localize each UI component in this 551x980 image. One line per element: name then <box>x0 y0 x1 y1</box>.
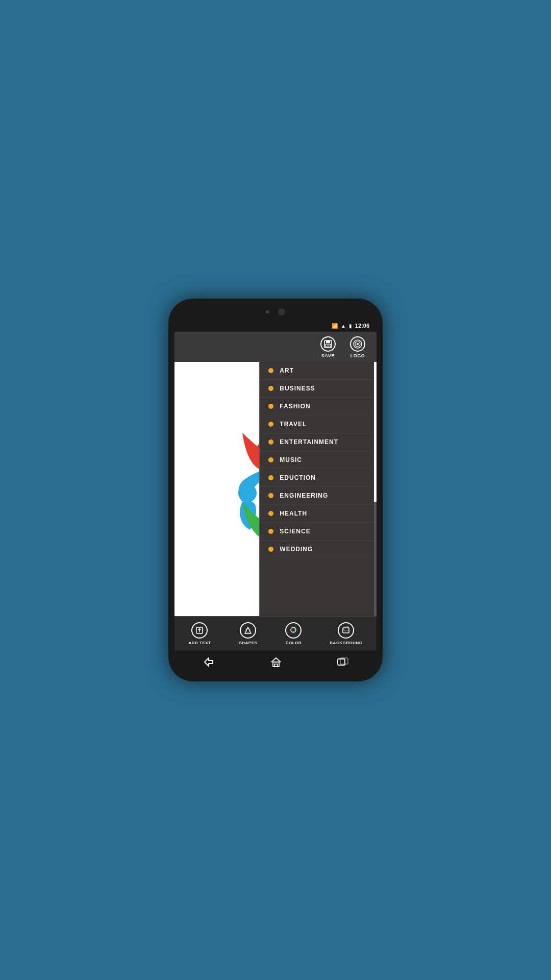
menu-item-fashion[interactable]: FASHION <box>260 398 377 415</box>
menu-bullet-icon <box>268 457 273 462</box>
app-toolbar: SAVE LOGO <box>174 332 377 362</box>
color-button[interactable]: COLOR <box>281 620 306 647</box>
status-bar: 📶 ▲ ▮ 12:06 <box>174 319 377 332</box>
bottom-toolbar: ADD TEXT SHAPES <box>174 616 377 651</box>
menu-item-travel[interactable]: TRAVEL <box>260 415 377 433</box>
svg-rect-3 <box>327 344 330 347</box>
background-icon <box>338 622 354 639</box>
menu-bullet-icon <box>268 511 273 516</box>
signal-icon: ▲ <box>341 323 346 329</box>
camera-led <box>266 310 269 313</box>
logo-icon <box>350 336 365 352</box>
menu-item-business[interactable]: BUSINESS <box>260 380 377 398</box>
nav-bar <box>174 651 377 675</box>
wifi-icon: 📶 <box>332 323 338 329</box>
phone-top-hardware <box>174 305 377 319</box>
back-button[interactable] <box>194 653 223 674</box>
menu-item-music[interactable]: MUSIC <box>260 451 377 469</box>
shapes-label: SHAPES <box>239 641 257 645</box>
svg-point-17 <box>293 631 294 632</box>
phone-screen: 📶 ▲ ▮ 12:06 SAVE <box>174 305 377 675</box>
menu-bullet-icon <box>268 475 273 480</box>
menu-bullet-icon <box>268 439 273 445</box>
menu-item-label-engineering: ENGINEERING <box>280 492 328 499</box>
battery-icon: ▮ <box>349 323 352 329</box>
menu-bullet-icon <box>268 422 273 427</box>
menu-item-label-wedding: WEDDING <box>280 546 313 553</box>
menu-item-health[interactable]: HEALTH <box>260 505 377 523</box>
clock: 12:06 <box>355 323 369 329</box>
svg-rect-1 <box>326 340 330 343</box>
svg-point-6 <box>357 343 359 345</box>
menu-item-label-health: HEALTH <box>280 510 307 517</box>
save-button[interactable]: SAVE <box>314 333 342 361</box>
scroll-thumb <box>374 362 377 502</box>
svg-rect-21 <box>274 664 278 667</box>
add-text-button[interactable]: ADD TEXT <box>184 620 215 647</box>
menu-item-label-business: BUSINESS <box>280 385 315 392</box>
menu-bullet-icon <box>268 547 273 552</box>
recents-button[interactable] <box>329 653 357 673</box>
color-label: COLOR <box>286 641 302 645</box>
logo-label: LOGO <box>350 353 365 358</box>
svg-point-15 <box>291 628 293 630</box>
menu-bullet-icon <box>268 386 273 391</box>
speaker <box>278 308 285 315</box>
background-button[interactable]: BACKGROUNG <box>325 620 366 647</box>
menu-item-engineering[interactable]: ENGINEERING <box>260 487 377 505</box>
menu-item-label-science: SCIENCE <box>280 528 310 535</box>
add-text-label: ADD TEXT <box>188 641 211 645</box>
shapes-icon <box>240 622 256 639</box>
menu-item-label-entertainment: ENTERTAINMENT <box>280 438 338 446</box>
menu-item-label-art: ART <box>280 367 294 374</box>
add-text-icon <box>191 622 208 639</box>
home-button[interactable] <box>262 653 290 674</box>
menu-item-label-eduction: EDUCTION <box>280 474 316 481</box>
menu-item-eduction[interactable]: EDUCTION <box>260 469 377 487</box>
color-icon <box>285 622 302 639</box>
svg-point-16 <box>294 628 296 630</box>
shapes-button[interactable]: SHAPES <box>235 620 261 647</box>
svg-rect-19 <box>344 627 349 631</box>
menu-bullet-icon <box>268 368 273 373</box>
menu-item-art[interactable]: ART <box>260 362 377 380</box>
save-label: SAVE <box>321 353 335 358</box>
menu-item-label-travel: TRAVEL <box>280 421 307 428</box>
menu-item-label-music: MUSIC <box>280 456 302 463</box>
main-content: ARTBUSINESSFASHIONTRAVELENTERTAINMENTMUS… <box>174 362 377 616</box>
menu-item-wedding[interactable]: WEDDING <box>260 541 377 558</box>
menu-bullet-icon <box>268 529 273 534</box>
category-dropdown[interactable]: ARTBUSINESSFASHIONTRAVELENTERTAINMENTMUS… <box>259 362 377 616</box>
phone-frame: 📶 ▲ ▮ 12:06 SAVE <box>168 299 383 681</box>
menu-bullet-icon <box>268 493 273 498</box>
menu-item-label-fashion: FASHION <box>280 403 310 410</box>
menu-item-science[interactable]: SCIENCE <box>260 523 377 541</box>
menu-item-entertainment[interactable]: ENTERTAINMENT <box>260 433 377 451</box>
menu-bullet-icon <box>268 404 273 409</box>
background-label: BACKGROUNG <box>330 641 362 645</box>
save-icon <box>320 336 336 352</box>
logo-button[interactable]: LOGO <box>344 333 371 361</box>
scroll-track <box>374 362 377 616</box>
